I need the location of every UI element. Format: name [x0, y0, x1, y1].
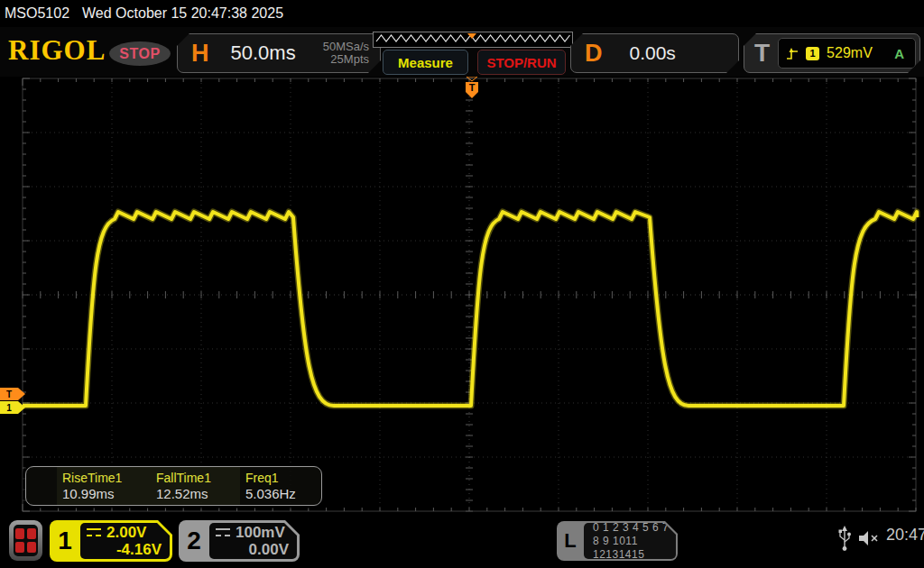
measurement-item[interactable]: Freq1 5.036Hz	[240, 467, 301, 505]
t-label: T	[754, 39, 770, 68]
trigger-source-chip: 1	[806, 47, 819, 60]
timebase-value: 50.0ms	[231, 41, 296, 65]
channel2-badge[interactable]: 2 100mV 0.00V	[179, 520, 300, 562]
four-squares-icon	[14, 525, 38, 556]
channel2-scale: 100mV	[236, 524, 285, 541]
channel1-number: 1	[50, 520, 80, 562]
logic-analyzer-label: L	[557, 521, 584, 561]
status-line: MSO5102Wed October 15 20:47:38 2025	[5, 5, 283, 22]
logic-analyzer-badge[interactable]: L 0 1 2 3 4 5 6 7 8 9 1011 12131415	[557, 521, 678, 561]
measure-button[interactable]: Measure	[383, 50, 468, 75]
trigger-info: 1 529mV A	[778, 38, 916, 69]
measurement-value: 12.52ms	[156, 486, 235, 501]
measurement-item[interactable]: FallTime1 12.52ms	[151, 467, 240, 505]
delay-settings-box[interactable]: D 0.00s	[570, 33, 739, 73]
datetime-text: Wed October 15 20:47:38 2025	[82, 5, 283, 21]
channel1-offset-marker[interactable]	[0, 401, 25, 414]
waveform-display-area: TT1 RiseTime1 10.99ms FallTime1 12.52ms …	[0, 77, 924, 514]
logic-channels-row2: 8 9 1011 12131415	[593, 535, 676, 562]
channel1-badge[interactable]: 1 2.00V -4.16V	[50, 520, 172, 562]
model-name: MSO5102	[5, 5, 69, 21]
trigger-mode: A	[894, 46, 904, 61]
measurement-item[interactable]: RiseTime1 10.99ms	[57, 467, 151, 505]
svg-text:T: T	[6, 389, 12, 399]
channel2-values: 100mV 0.00V	[209, 523, 297, 559]
acquisition-info: 50MSa/s 25Mpts	[323, 41, 369, 66]
oscilloscope-screen: MSO5102Wed October 15 20:47:38 2025 RIGO…	[0, 0, 924, 568]
header-bar: RIGOL STOP H 50.0ms 50MSa/s 25Mpts Measu…	[0, 27, 924, 77]
measurement-value: 10.99ms	[62, 486, 145, 501]
trigger-slope-icon	[786, 47, 799, 60]
dc-coupling-icon	[216, 528, 230, 536]
svg-text:1: 1	[6, 403, 12, 413]
channel1-values: 2.00V -4.16V	[80, 523, 170, 559]
svg-text:T: T	[469, 82, 476, 93]
channel2-number: 2	[179, 520, 209, 562]
channel2-offset: 0.00V	[216, 541, 289, 558]
trigger-settings-box[interactable]: T 1 529mV A	[744, 33, 920, 73]
channel1-scale: 2.00V	[106, 524, 146, 541]
trigger-level-marker[interactable]	[0, 388, 25, 400]
measurement-panel[interactable]: RiseTime1 10.99ms FallTime1 12.52ms Freq…	[25, 466, 322, 506]
run-state-badge: STOP	[109, 41, 171, 66]
sample-rate: 50MSa/s	[323, 40, 369, 53]
h-label: H	[191, 40, 209, 68]
scope-canvas: TT1	[0, 77, 924, 514]
measurement-label: FallTime1	[156, 471, 235, 486]
waveform-overview-strip[interactable]	[373, 32, 573, 48]
usb-icon	[837, 525, 853, 552]
bottom-bar: 1 2.00V -4.16V 2 100mV 0.00V L	[0, 514, 924, 568]
logic-channel-list: 0 1 2 3 4 5 6 7 8 9 1011 12131415	[584, 523, 676, 559]
measurement-value: 5.036Hz	[245, 486, 296, 501]
stop-run-button[interactable]: STOP/RUN	[477, 50, 566, 75]
delay-value: 0.00s	[630, 42, 676, 64]
trigger-level-value: 529mV	[827, 45, 873, 61]
overview-zigzag	[374, 32, 570, 45]
memory-depth: 25Mpts	[330, 52, 369, 66]
d-label: D	[585, 40, 603, 68]
measurement-label: RiseTime1	[62, 471, 145, 486]
clock-text: 20:47	[886, 526, 924, 545]
rigol-logo: RIGOL	[8, 34, 106, 67]
dc-coupling-icon	[87, 528, 101, 536]
horizontal-settings-box[interactable]: H 50.0ms 50MSa/s 25Mpts	[177, 33, 381, 73]
speaker-muted-icon	[857, 528, 881, 548]
measurement-label: Freq1	[245, 471, 296, 486]
channel1-offset: -4.16V	[87, 541, 162, 558]
windows-menu-icon[interactable]	[9, 520, 42, 561]
logic-channels-row1: 0 1 2 3 4 5 6 7	[593, 521, 676, 535]
